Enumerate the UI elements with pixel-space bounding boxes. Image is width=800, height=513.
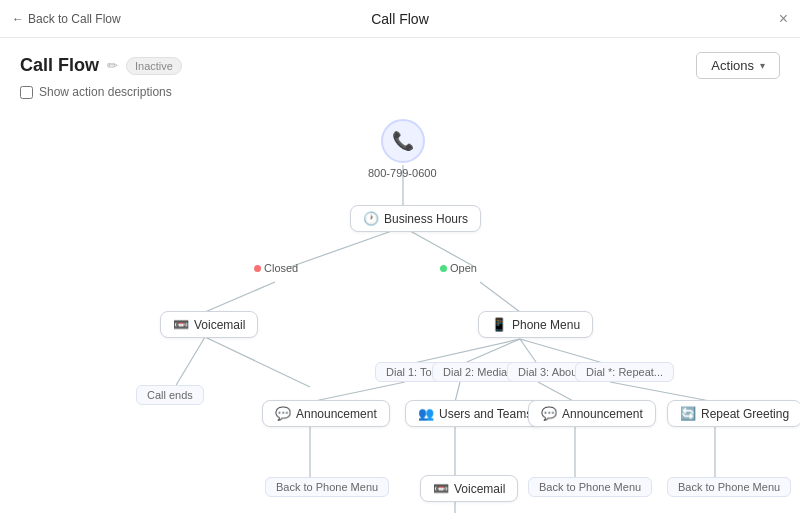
voicemail-label: Voicemail bbox=[194, 318, 245, 332]
announcement-1-icon: 💬 bbox=[275, 406, 291, 421]
business-hours-node[interactable]: 🕐 Business Hours bbox=[350, 205, 481, 232]
svg-line-13 bbox=[538, 382, 575, 402]
actions-label: Actions bbox=[711, 58, 754, 73]
repeat-greeting-label: Repeat Greeting bbox=[701, 407, 789, 421]
closed-status: Closed bbox=[254, 262, 298, 274]
users-teams-box: 👥 Users and Teams bbox=[405, 400, 545, 427]
repeat-greeting-box: 🔄 Repeat Greeting bbox=[667, 400, 800, 427]
business-hours-label: Business Hours bbox=[384, 212, 468, 226]
repeat-greeting-node[interactable]: 🔄 Repeat Greeting bbox=[667, 400, 800, 427]
svg-line-3 bbox=[205, 282, 275, 312]
back-phone-2-box: Back to Phone Menu bbox=[528, 477, 652, 497]
announcement-1-box: 💬 Announcement bbox=[262, 400, 390, 427]
open-dot bbox=[440, 265, 447, 272]
announcement-2-label: Announcement bbox=[562, 407, 643, 421]
announcement-2-node[interactable]: 💬 Announcement bbox=[528, 400, 656, 427]
close-button[interactable]: × bbox=[779, 10, 788, 28]
page-content: Call Flow ✏ Inactive Actions ▾ Show acti… bbox=[0, 38, 800, 513]
voicemail-2-node[interactable]: 📼 Voicemail bbox=[420, 475, 518, 502]
back-phone-3-node[interactable]: Back to Phone Menu bbox=[667, 477, 791, 497]
back-phone-1-node[interactable]: Back to Phone Menu bbox=[265, 477, 389, 497]
edit-icon[interactable]: ✏ bbox=[107, 58, 118, 73]
show-desc-label: Show action descriptions bbox=[39, 85, 172, 99]
phone-menu-label: Phone Menu bbox=[512, 318, 580, 332]
svg-line-5 bbox=[175, 337, 205, 387]
phone-icon-node[interactable]: 📞 bbox=[381, 119, 425, 163]
phone-menu-box: 📱 Phone Menu bbox=[478, 311, 593, 338]
status-badge: Inactive bbox=[126, 57, 182, 75]
dial4-box: Dial *: Repeat... bbox=[575, 362, 674, 382]
announcement-1-label: Announcement bbox=[296, 407, 377, 421]
svg-line-12 bbox=[455, 382, 460, 402]
header-title: Call Flow bbox=[371, 11, 429, 27]
actions-button[interactable]: Actions ▾ bbox=[696, 52, 780, 79]
page-top-bar: Call Flow ✏ Inactive Actions ▾ bbox=[20, 52, 780, 79]
show-desc-row: Show action descriptions bbox=[20, 85, 780, 99]
page-title: Call Flow bbox=[20, 55, 99, 76]
closed-dot bbox=[254, 265, 261, 272]
clock-icon: 🕐 bbox=[363, 211, 379, 226]
announcement-1-node[interactable]: 💬 Announcement bbox=[262, 400, 390, 427]
flow-canvas: 📞 800-799-0600 🕐 Business Hours Closed O… bbox=[20, 107, 780, 513]
open-label: Open bbox=[450, 262, 477, 274]
back-arrow-icon: ← bbox=[12, 12, 24, 26]
phone-menu-node[interactable]: 📱 Phone Menu bbox=[478, 311, 593, 338]
phone-menu-icon: 📱 bbox=[491, 317, 507, 332]
voicemail-2-icon: 📼 bbox=[433, 481, 449, 496]
back-button[interactable]: ← Back to Call Flow bbox=[12, 12, 121, 26]
svg-line-11 bbox=[310, 382, 405, 402]
voicemail-box: 📼 Voicemail bbox=[160, 311, 258, 338]
call-ends-1-node[interactable]: Call ends bbox=[136, 385, 204, 405]
show-desc-checkbox[interactable] bbox=[20, 86, 33, 99]
svg-line-2 bbox=[403, 227, 475, 267]
phone-number-label: 800-799-0600 bbox=[368, 167, 437, 179]
phone-icon: 📞 bbox=[381, 119, 425, 163]
voicemail-2-label: Voicemail bbox=[454, 482, 505, 496]
svg-line-4 bbox=[480, 282, 520, 312]
closed-label: Closed bbox=[264, 262, 298, 274]
repeat-icon: 🔄 bbox=[680, 406, 696, 421]
back-label: Back to Call Flow bbox=[28, 12, 121, 26]
back-phone-1-box: Back to Phone Menu bbox=[265, 477, 389, 497]
chevron-down-icon: ▾ bbox=[760, 60, 765, 71]
back-phone-2-node[interactable]: Back to Phone Menu bbox=[528, 477, 652, 497]
title-row: Call Flow ✏ Inactive bbox=[20, 55, 182, 76]
call-ends-1-box: Call ends bbox=[136, 385, 204, 405]
business-hours-box: 🕐 Business Hours bbox=[350, 205, 481, 232]
users-icon: 👥 bbox=[418, 406, 434, 421]
svg-line-6 bbox=[205, 337, 310, 387]
svg-line-14 bbox=[610, 382, 715, 402]
svg-line-1 bbox=[290, 227, 403, 267]
dial4-label: Dial *: Repeat... bbox=[575, 362, 674, 382]
users-teams-node[interactable]: 👥 Users and Teams bbox=[405, 400, 545, 427]
open-status: Open bbox=[440, 262, 477, 274]
voicemail-2-box: 📼 Voicemail bbox=[420, 475, 518, 502]
back-phone-3-box: Back to Phone Menu bbox=[667, 477, 791, 497]
users-teams-label: Users and Teams bbox=[439, 407, 532, 421]
announcement-2-box: 💬 Announcement bbox=[528, 400, 656, 427]
voicemail-node[interactable]: 📼 Voicemail bbox=[160, 311, 258, 338]
announcement-2-icon: 💬 bbox=[541, 406, 557, 421]
voicemail-icon: 📼 bbox=[173, 317, 189, 332]
